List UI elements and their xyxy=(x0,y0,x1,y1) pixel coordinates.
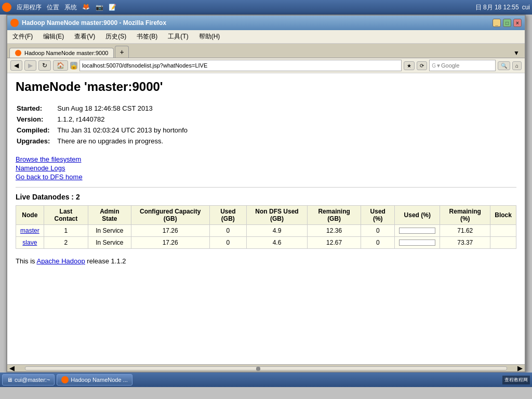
cell-remaining-pct-slave: 73.37 xyxy=(440,237,490,249)
info-table: Started: Sun Aug 18 12:46:58 CST 2013 Ve… xyxy=(16,102,189,147)
url-bar[interactable] xyxy=(79,60,402,71)
home-button[interactable]: 🏠 xyxy=(53,60,68,71)
reload-button[interactable]: ↻ xyxy=(38,60,51,71)
menubar: 文件(F) 编辑(E) 查看(V) 历史(S) 书签(B) 工具(T) 帮助(H… xyxy=(7,30,525,44)
col-remaining-gb: Remaining (GB) xyxy=(308,206,361,225)
position-menu[interactable]: 位置 xyxy=(47,3,59,12)
table-row: slave 2 In Service 17.26 0 4.6 12.67 0 7… xyxy=(16,237,516,249)
horizontal-scrollbar[interactable]: ◀ ▶ xyxy=(7,364,525,371)
topbar-edit-icon: 📝 xyxy=(109,4,116,11)
active-tab[interactable]: Hadoop NameNode master:9000 xyxy=(9,48,114,58)
scroll-track xyxy=(25,366,507,370)
footer-suffix: release 1.1.2 xyxy=(85,257,126,265)
cell-last-contact-slave: 2 xyxy=(44,237,88,249)
titlebar-left: Hadoop NameNode master:9000 - Mozilla Fi… xyxy=(10,19,166,27)
tab-label: Hadoop NameNode master:9000 xyxy=(24,50,108,56)
scroll-right-btn[interactable]: ▶ xyxy=(515,364,525,372)
cell-used-pct-master: 0 xyxy=(361,225,395,237)
menu-history[interactable]: 历史(S) xyxy=(102,31,129,42)
cell-block-slave xyxy=(490,237,516,249)
firefox-taskbar-label: Hadoop NameNode ... xyxy=(71,377,127,383)
home-nav-button[interactable]: ⌂ xyxy=(512,61,522,70)
firefox-taskbar-item[interactable]: Hadoop NameNode ... xyxy=(57,374,132,385)
terminal-icon: 🖥 xyxy=(7,377,12,383)
minimize-button[interactable]: _ xyxy=(493,19,501,27)
col-non-dfs-used: Non DFS Used (GB) xyxy=(246,206,307,225)
dfs-home-link[interactable]: Go back to DFS home xyxy=(16,173,516,181)
topbar-time: 日 8月 18 12:55 xyxy=(475,3,519,12)
table-row: master 1 In Service 17.26 0 4.9 12.36 0 … xyxy=(16,225,516,237)
google-icon: G▼ xyxy=(432,63,441,69)
cell-remaining-pct-master: 71.62 xyxy=(440,225,490,237)
cell-used-gb-slave: 0 xyxy=(209,237,246,249)
links-section: Browse the filesystem Namenode Logs Go b… xyxy=(16,155,516,181)
cell-used-pct-slave: 0 xyxy=(361,237,395,249)
footer-text: This is Apache Hadoop release 1.1.2 xyxy=(16,257,516,265)
scroll-left-btn[interactable]: ◀ xyxy=(7,364,17,372)
back-button[interactable]: ◀ xyxy=(10,60,22,71)
menu-help[interactable]: 帮助(H) xyxy=(196,31,223,42)
firefox-window: Hadoop NameNode master:9000 - Mozilla Fi… xyxy=(6,15,526,373)
content-area: NameNode 'master:9000' Started: Sun Aug … xyxy=(7,73,525,364)
system-menu[interactable]: 系统 xyxy=(64,3,77,12)
col-configured-capacity: Configured Capacity (GB) xyxy=(131,206,209,225)
menu-bookmarks[interactable]: 书签(B) xyxy=(134,31,161,42)
col-last-contact: Last Contact xyxy=(44,206,88,225)
close-button[interactable]: × xyxy=(513,19,522,27)
scroll-thumb[interactable] xyxy=(256,367,260,371)
terminal-label: cui@master:~ xyxy=(15,377,50,383)
menu-tools[interactable]: 工具(T) xyxy=(165,31,191,42)
apache-hadoop-link[interactable]: Apache Hadoop xyxy=(36,257,85,265)
cell-block-master xyxy=(490,225,516,237)
new-tab-button[interactable]: + xyxy=(115,46,128,58)
os-topbar-left: 应用程序 位置 系统 🦊 📷 📝 xyxy=(2,3,116,12)
firefox-title: Hadoop NameNode master:9000 - Mozilla Fi… xyxy=(22,19,166,26)
col-admin-state: Admin State xyxy=(88,206,131,225)
progress-bar-master xyxy=(399,228,435,234)
col-used-pct2: Used (%) xyxy=(395,206,440,225)
refresh-icon-button[interactable]: ⟳ xyxy=(417,61,427,70)
topbar-user: cui xyxy=(522,4,530,11)
tab-favicon xyxy=(15,50,21,56)
divider xyxy=(16,187,516,188)
cell-admin-state-master: In Service xyxy=(88,225,131,237)
browse-filesystem-link[interactable]: Browse the filesystem xyxy=(16,155,516,163)
tabbar-right-arrow[interactable]: ▼ xyxy=(510,48,523,58)
page-title: NameNode 'master:9000' xyxy=(16,79,516,94)
compiled-label: Compiled: xyxy=(17,125,56,135)
col-block: Block xyxy=(490,206,516,225)
menu-view[interactable]: 查看(V) xyxy=(71,31,98,42)
window-controls: _ □ × xyxy=(493,19,522,27)
cell-configured-capacity-slave: 17.26 xyxy=(131,237,209,249)
os-icon[interactable] xyxy=(2,3,11,12)
version-label: Version: xyxy=(17,114,56,124)
col-remaining-pct: Remaining (%) xyxy=(440,206,490,225)
search-zoom-button[interactable]: 🔍 xyxy=(498,61,510,70)
firefox-icon xyxy=(10,19,19,27)
live-datanodes-title: Live Datanodes : 2 xyxy=(16,193,516,201)
search-input[interactable] xyxy=(441,62,493,69)
forward-button[interactable]: ▶ xyxy=(24,60,36,71)
namenode-logs-link[interactable]: Namenode Logs xyxy=(16,164,516,172)
slave-link[interactable]: slave xyxy=(22,239,37,246)
terminal-taskbar-item[interactable]: 🖥 cui@master:~ xyxy=(2,374,55,385)
cell-progress-master xyxy=(395,225,440,237)
menu-file[interactable]: 文件(F) xyxy=(9,31,36,42)
bookmark-star-button[interactable]: ★ xyxy=(404,61,415,70)
apps-menu[interactable]: 应用程序 xyxy=(17,3,42,12)
cell-remaining-gb-slave: 12.67 xyxy=(308,237,361,249)
compiled-value: Thu Jan 31 02:03:24 UTC 2013 by hortonfo xyxy=(57,125,188,135)
master-link[interactable]: master xyxy=(20,227,39,234)
cell-node-master: master xyxy=(16,225,44,237)
firefox-icon-topbar: 🦊 xyxy=(82,3,90,11)
search-box: G▼ xyxy=(429,60,496,71)
datanodes-table: Node Last Contact Admin State Configured… xyxy=(16,205,516,249)
firefox-taskbar-icon xyxy=(61,376,69,383)
menu-edit[interactable]: 编辑(E) xyxy=(40,31,67,42)
maximize-button[interactable]: □ xyxy=(503,19,511,27)
firefox-titlebar: Hadoop NameNode master:9000 - Mozilla Fi… xyxy=(7,16,525,30)
navbar: ◀ ▶ ↻ 🏠 🔒 ★ ⟳ G▼ 🔍 ⌂ xyxy=(7,58,525,73)
cell-configured-capacity-master: 17.26 xyxy=(131,225,209,237)
footer-prefix: This is xyxy=(16,257,36,265)
os-topbar-right: 日 8月 18 12:55 cui xyxy=(475,3,530,12)
